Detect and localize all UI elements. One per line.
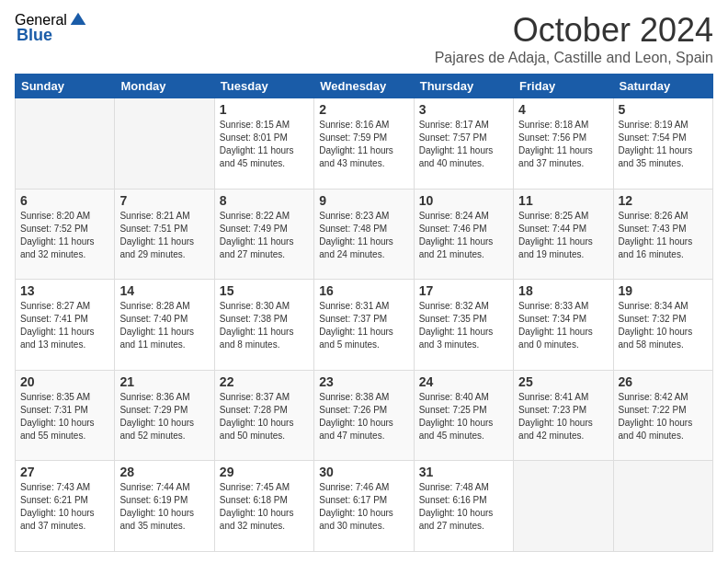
calendar-cell: 31Sunrise: 7:48 AM Sunset: 6:16 PM Dayli… [414,461,513,552]
day-number: 28 [119,465,209,479]
calendar-cell [613,461,712,552]
day-info: Sunrise: 8:17 AM Sunset: 7:57 PM Dayligh… [419,119,508,170]
day-info: Sunrise: 8:41 AM Sunset: 7:23 PM Dayligh… [518,391,608,442]
day-number: 26 [619,374,708,389]
calendar-cell: 26Sunrise: 8:42 AM Sunset: 7:22 PM Dayli… [613,370,712,461]
calendar-cell [115,98,214,190]
calendar-week-row: 13Sunrise: 8:27 AM Sunset: 7:41 PM Dayli… [16,280,713,371]
calendar-table: SundayMondayTuesdayWednesdayThursdayFrid… [15,74,713,552]
day-number: 23 [319,374,408,389]
day-info: Sunrise: 8:30 AM Sunset: 7:38 PM Dayligh… [220,300,309,351]
day-info: Sunrise: 8:42 AM Sunset: 7:22 PM Dayligh… [619,391,708,442]
day-info: Sunrise: 8:24 AM Sunset: 7:46 PM Dayligh… [419,210,508,261]
weekday-header-saturday: Saturday [613,75,712,98]
logo-icon [69,11,87,29]
calendar-cell: 18Sunrise: 8:33 AM Sunset: 7:34 PM Dayli… [514,280,613,371]
calendar-cell: 7Sunrise: 8:21 AM Sunset: 7:51 PM Daylig… [115,189,214,280]
calendar-cell: 13Sunrise: 8:27 AM Sunset: 7:41 PM Dayli… [16,280,115,371]
day-info: Sunrise: 7:46 AM Sunset: 6:17 PM Dayligh… [319,481,408,533]
calendar-cell: 17Sunrise: 8:32 AM Sunset: 7:35 PM Dayli… [414,280,513,371]
calendar-cell [514,461,613,552]
day-info: Sunrise: 8:16 AM Sunset: 7:59 PM Dayligh… [319,119,408,170]
day-info: Sunrise: 8:19 AM Sunset: 7:54 PM Dayligh… [619,119,708,170]
day-number: 13 [20,283,109,298]
day-number: 29 [220,465,309,479]
day-info: Sunrise: 8:38 AM Sunset: 7:26 PM Dayligh… [319,391,408,442]
day-number: 11 [518,193,608,208]
day-info: Sunrise: 8:18 AM Sunset: 7:56 PM Dayligh… [518,119,608,170]
weekday-header-thursday: Thursday [414,75,513,98]
day-info: Sunrise: 7:48 AM Sunset: 6:16 PM Dayligh… [419,481,508,533]
calendar-cell: 2Sunrise: 8:16 AM Sunset: 7:59 PM Daylig… [314,98,414,190]
day-number: 17 [419,283,508,298]
title-section: October 2024 Pajares de Adaja, Castille … [435,11,713,66]
day-info: Sunrise: 8:28 AM Sunset: 7:40 PM Dayligh… [119,300,209,351]
calendar-cell: 14Sunrise: 8:28 AM Sunset: 7:40 PM Dayli… [115,280,214,371]
day-number: 4 [518,102,608,117]
day-info: Sunrise: 8:15 AM Sunset: 8:01 PM Dayligh… [220,119,309,170]
day-number: 12 [619,193,708,208]
location-subtitle: Pajares de Adaja, Castille and Leon, Spa… [435,50,713,66]
calendar-cell: 21Sunrise: 8:36 AM Sunset: 7:29 PM Dayli… [115,370,214,461]
calendar-cell: 1Sunrise: 8:15 AM Sunset: 8:01 PM Daylig… [214,98,313,190]
day-info: Sunrise: 7:43 AM Sunset: 6:21 PM Dayligh… [20,481,109,533]
day-info: Sunrise: 8:31 AM Sunset: 7:37 PM Dayligh… [319,300,408,351]
day-number: 30 [319,465,408,479]
day-number: 22 [220,374,309,389]
day-info: Sunrise: 8:20 AM Sunset: 7:52 PM Dayligh… [20,210,109,261]
day-info: Sunrise: 8:21 AM Sunset: 7:51 PM Dayligh… [119,210,209,261]
day-number: 5 [619,102,708,117]
calendar-cell: 12Sunrise: 8:26 AM Sunset: 7:43 PM Dayli… [613,189,712,280]
day-number: 7 [119,193,209,208]
day-info: Sunrise: 8:34 AM Sunset: 7:32 PM Dayligh… [619,300,708,351]
day-info: Sunrise: 8:22 AM Sunset: 7:49 PM Dayligh… [220,210,309,261]
logo-blue: Blue [17,26,52,45]
day-number: 21 [119,374,209,389]
calendar-week-row: 20Sunrise: 8:35 AM Sunset: 7:31 PM Dayli… [16,370,713,461]
day-number: 14 [119,283,209,298]
calendar-cell: 23Sunrise: 8:38 AM Sunset: 7:26 PM Dayli… [314,370,414,461]
day-info: Sunrise: 7:44 AM Sunset: 6:19 PM Dayligh… [119,481,209,533]
calendar-week-row: 1Sunrise: 8:15 AM Sunset: 8:01 PM Daylig… [16,98,713,190]
day-info: Sunrise: 8:32 AM Sunset: 7:35 PM Dayligh… [419,300,508,351]
calendar-cell: 5Sunrise: 8:19 AM Sunset: 7:54 PM Daylig… [613,98,712,190]
day-number: 6 [20,193,109,208]
calendar-cell: 15Sunrise: 8:30 AM Sunset: 7:38 PM Dayli… [214,280,313,371]
calendar-cell: 9Sunrise: 8:23 AM Sunset: 7:48 PM Daylig… [314,189,414,280]
weekday-header-tuesday: Tuesday [214,75,313,98]
day-info: Sunrise: 8:26 AM Sunset: 7:43 PM Dayligh… [619,210,708,261]
weekday-header-wednesday: Wednesday [314,75,414,98]
calendar-cell: 4Sunrise: 8:18 AM Sunset: 7:56 PM Daylig… [514,98,613,190]
calendar-cell: 8Sunrise: 8:22 AM Sunset: 7:49 PM Daylig… [214,189,313,280]
calendar-cell: 3Sunrise: 8:17 AM Sunset: 7:57 PM Daylig… [414,98,513,190]
weekday-header-friday: Friday [514,75,613,98]
svg-marker-0 [71,13,86,25]
day-info: Sunrise: 8:35 AM Sunset: 7:31 PM Dayligh… [20,391,109,442]
logo: General Blue [15,11,87,45]
day-number: 27 [20,465,109,479]
day-number: 18 [518,283,608,298]
weekday-header-sunday: Sunday [16,75,115,98]
day-number: 9 [319,193,408,208]
calendar-cell: 19Sunrise: 8:34 AM Sunset: 7:32 PM Dayli… [613,280,712,371]
calendar-cell: 27Sunrise: 7:43 AM Sunset: 6:21 PM Dayli… [16,461,115,552]
day-number: 20 [20,374,109,389]
day-number: 24 [419,374,508,389]
calendar-week-row: 27Sunrise: 7:43 AM Sunset: 6:21 PM Dayli… [16,461,713,552]
page: General Blue October 2024 Pajares de Ada… [0,0,728,563]
calendar-week-row: 6Sunrise: 8:20 AM Sunset: 7:52 PM Daylig… [16,189,713,280]
weekday-header-row: SundayMondayTuesdayWednesdayThursdayFrid… [16,75,713,98]
day-info: Sunrise: 8:33 AM Sunset: 7:34 PM Dayligh… [518,300,608,351]
calendar-cell [16,98,115,190]
calendar-cell: 28Sunrise: 7:44 AM Sunset: 6:19 PM Dayli… [115,461,214,552]
day-number: 8 [220,193,309,208]
calendar-cell: 22Sunrise: 8:37 AM Sunset: 7:28 PM Dayli… [214,370,313,461]
day-info: Sunrise: 8:25 AM Sunset: 7:44 PM Dayligh… [518,210,608,261]
day-number: 2 [319,102,408,117]
day-number: 1 [220,102,309,117]
day-number: 31 [419,465,508,479]
calendar-cell: 11Sunrise: 8:25 AM Sunset: 7:44 PM Dayli… [514,189,613,280]
day-number: 15 [220,283,309,298]
day-number: 25 [518,374,608,389]
calendar-cell: 6Sunrise: 8:20 AM Sunset: 7:52 PM Daylig… [16,189,115,280]
